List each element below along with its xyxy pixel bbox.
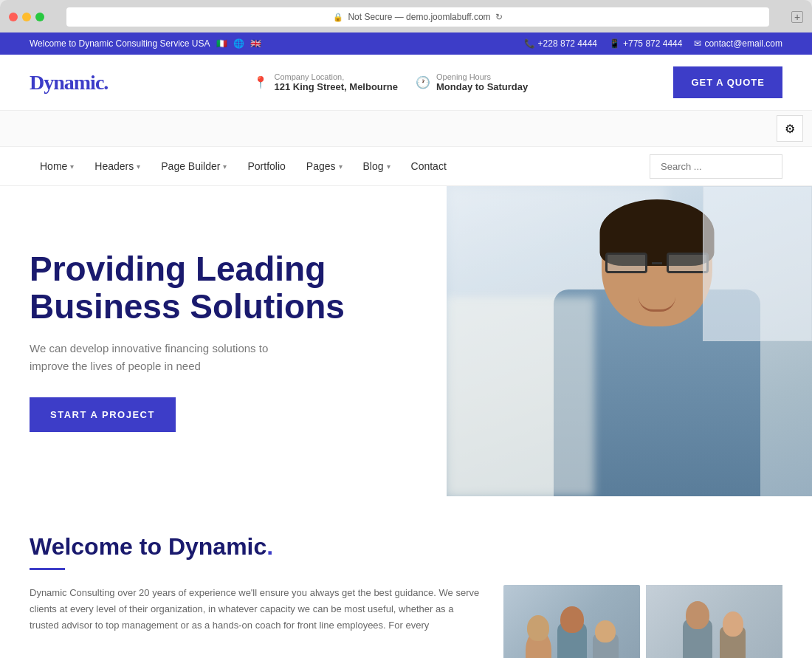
welcome-text: Welcome to Dynamic Consulting Service US… [30,38,210,49]
logo-dot: . [103,71,108,94]
top-bar-left: Welcome to Dynamic Consulting Service US… [30,38,261,49]
flag-italy[interactable]: 🇮🇹 [216,38,227,49]
phone1-icon: 📞 [524,38,535,49]
hours-value: Monday to Saturday [436,81,528,92]
site-header: Dynamic. 📍 Company Location, 121 King St… [0,55,812,111]
location-label: Company Location, [274,72,398,81]
nav-pages-label: Pages [306,160,336,172]
browser-content: Welcome to Dynamic Consulting Service US… [0,32,812,658]
location-item: 📍 Company Location, 121 King Street, Mel… [253,72,398,92]
nav-blog-chevron: ▾ [387,162,390,171]
nav-headers-label: Headers [94,160,134,172]
nav-pages-chevron: ▾ [339,162,343,171]
nav-item-page-builder[interactable]: Page Builder ▾ [151,147,237,185]
nav-home-label: Home [40,160,67,172]
welcome-title-text: Welcome to Dynamic [30,533,266,560]
logo-text: Dynamic [30,71,103,94]
flag-uk[interactable]: 🇬🇧 [250,38,261,49]
email-icon: ✉ [694,38,701,49]
nav-contact-label: Contact [411,160,447,172]
welcome-images [503,585,782,658]
address-bar[interactable]: 🔒 Not Secure — demo.joomlabuff.com ↻ [66,7,769,27]
hero-title-line2: Business Solutions [30,287,345,326]
hours-item: 🕐 Opening Hours Monday to Saturday [416,72,528,92]
minimize-window-button[interactable] [22,13,31,21]
settings-button[interactable]: ⚙ [777,115,803,142]
search-input[interactable] [650,154,782,179]
navbar: Home ▾ Headers ▾ Page Builder ▾ Portfoli… [0,147,812,186]
hours-details: Opening Hours Monday to Saturday [436,72,528,92]
nav-portfolio-label: Portfolio [247,160,285,172]
nav-home-chevron: ▾ [70,162,74,171]
location-details: Company Location, 121 King Street, Melbo… [274,72,398,92]
welcome-section: Welcome to Dynamic. Dynamic Consulting o… [0,496,812,658]
address-text: Not Secure — demo.joomlabuff.com [348,12,490,22]
nav-item-headers[interactable]: Headers ▾ [84,147,151,185]
phone2-icon: 📱 [609,38,620,49]
start-project-button[interactable]: START A PROJECT [30,397,176,432]
hero-title-line1: Providing Leading [30,250,326,288]
browser-window: 🔒 Not Secure — demo.joomlabuff.com ↻ + W… [0,0,812,658]
browser-traffic-lights [9,13,44,21]
welcome-image-2 [646,585,782,658]
phone2-item[interactable]: 📱 +775 872 4444 [609,38,682,49]
flag-global[interactable]: 🌐 [233,38,244,49]
top-bar-right: 📞 +228 872 4444 📱 +775 872 4444 ✉ contac… [524,38,782,49]
hero-subtitle: We can develop innovative financing solu… [30,340,281,375]
nav-item-home[interactable]: Home ▾ [30,147,84,185]
hours-label: Opening Hours [436,72,528,81]
hours-icon: 🕐 [416,75,430,89]
phone1-number: +228 872 4444 [538,38,597,49]
settings-area: ⚙ [0,111,812,147]
browser-titlebar: 🔒 Not Secure — demo.joomlabuff.com ↻ + [0,7,812,32]
phone1-item[interactable]: 📞 +228 872 4444 [524,38,597,49]
settings-icon: ⚙ [785,122,795,136]
location-icon: 📍 [253,75,268,89]
hero-title: Providing Leading Business Solutions [30,250,417,325]
email-address: contact@email.com [704,38,782,49]
nav-item-contact[interactable]: Contact [401,147,457,185]
close-window-button[interactable] [9,13,18,21]
welcome-title: Welcome to Dynamic. [30,533,782,561]
nav-item-pages[interactable]: Pages ▾ [296,147,353,185]
nav-item-portfolio[interactable]: Portfolio [237,147,295,185]
refresh-icon[interactable]: ↻ [495,12,503,22]
email-item[interactable]: ✉ contact@email.com [694,38,782,49]
welcome-content: Dynamic Consulting over 20 years of expe… [30,585,782,658]
nav-pagebuilder-chevron: ▾ [223,162,227,171]
nav-links: Home ▾ Headers ▾ Page Builder ▾ Portfoli… [30,147,457,185]
phone2-number: +775 872 4444 [623,38,682,49]
nav-blog-label: Blog [363,160,384,172]
location-value: 121 King Street, Melbourne [274,81,398,92]
welcome-image-1 [503,585,640,658]
maximize-window-button[interactable] [35,13,44,21]
nav-pagebuilder-label: Page Builder [161,160,220,172]
welcome-body-text: Dynamic Consulting over 20 years of expe… [30,585,481,658]
new-tab-button[interactable]: + [791,11,803,23]
hero-image [447,186,812,496]
site-logo[interactable]: Dynamic. [30,71,108,95]
hero-section: Providing Leading Business Solutions We … [0,186,812,496]
get-quote-button[interactable]: GET A QUOTE [673,66,782,98]
security-indicator: 🔒 [333,13,343,22]
welcome-divider [30,568,65,570]
hero-content: Providing Leading Business Solutions We … [0,186,447,496]
header-contact: 📍 Company Location, 121 King Street, Mel… [253,72,528,92]
nav-headers-chevron: ▾ [137,162,140,171]
top-bar: Welcome to Dynamic Consulting Service US… [0,32,812,55]
nav-item-blog[interactable]: Blog ▾ [353,147,401,185]
welcome-title-dot: . [266,533,273,560]
